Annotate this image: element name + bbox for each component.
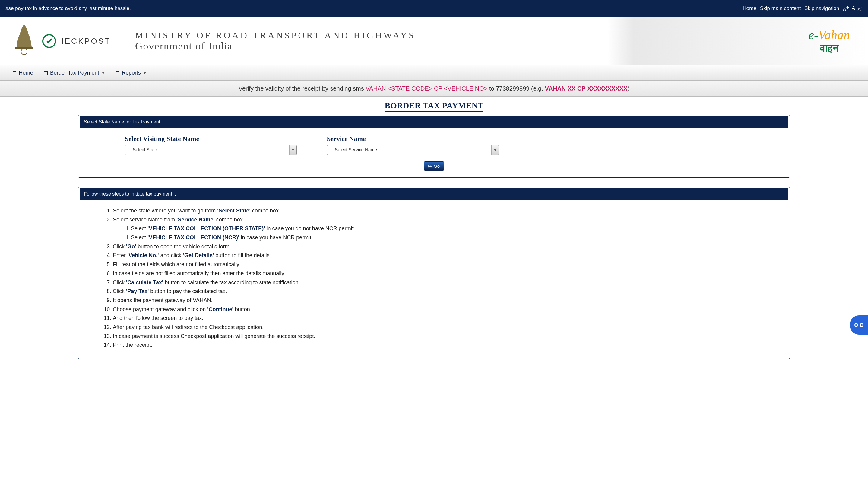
steps-panel: Follow these steps to initiate tax payme…	[78, 187, 790, 359]
square-icon	[13, 71, 16, 75]
chevron-down-icon: ▼	[289, 145, 297, 154]
top-bar: ase pay tax in advance to avoid any last…	[0, 0, 868, 17]
checkpost-c-icon: ✔	[42, 34, 56, 48]
state-selection-header: Select State Name for Tax Payment	[80, 116, 788, 128]
step-8: Click 'Pay Tax' button to pay the calcul…	[113, 287, 776, 296]
go-button-label: Go	[434, 163, 440, 169]
square-icon	[44, 71, 48, 75]
font-normal-button[interactable]: A	[852, 5, 855, 11]
step-7: Click 'Calculate Tax' button to calculat…	[113, 278, 776, 287]
step-5: Fill rest of the fields which are not fi…	[113, 260, 776, 269]
chevron-down-icon: ▼	[491, 145, 499, 154]
nav-home[interactable]: Home	[7, 65, 39, 80]
ministry-title: MINISTRY OF ROAD TRANSPORT AND HIGHWAYS …	[135, 30, 415, 52]
nav-reports-label: Reports	[122, 70, 141, 76]
eyes-icon	[855, 323, 864, 327]
steps-header: Follow these steps to initiate tax payme…	[80, 188, 788, 200]
step-12: After paying tax bank will redirect to t…	[113, 323, 776, 332]
visiting-state-label: Select Visiting State Name	[125, 135, 297, 143]
caret-down-icon: ▼	[102, 71, 105, 75]
step-10: Choose payment gateway and click on 'Con…	[113, 305, 776, 314]
step-11: And then follow the screen to pay tax.	[113, 314, 776, 323]
india-emblem-icon	[12, 22, 36, 61]
state-selection-panel: Select State Name for Tax Payment Select…	[78, 115, 790, 178]
main-nav: Home Border Tax Payment ▼ Reports ▼	[0, 65, 868, 81]
banner-divider	[123, 26, 123, 56]
skip-main-content-link[interactable]: Skip main content	[760, 5, 801, 11]
page-title: BORDER TAX PAYMENT	[0, 101, 868, 111]
step-14: Print the receipt.	[113, 341, 776, 350]
service-name-label: Service Name	[327, 135, 499, 143]
evahan-logo: e-Vahan वाहन	[808, 28, 850, 54]
top-home-link[interactable]: Home	[743, 5, 756, 11]
nav-border-tax-payment[interactable]: Border Tax Payment ▼	[39, 65, 111, 80]
checkpost-text: HECKPOST	[58, 36, 111, 46]
checkpost-logo: ✔ HECKPOST	[42, 34, 111, 48]
font-increase-button[interactable]: A+	[843, 4, 849, 13]
step-2ii: Select 'VEHICLE TAX COLLECTION (NCR)' in…	[131, 233, 776, 242]
service-name-select[interactable]: ---Select Service Name--- ▼	[327, 145, 499, 155]
caret-down-icon: ▼	[143, 71, 147, 75]
ministry-line1: MINISTRY OF ROAD TRANSPORT AND HIGHWAYS	[135, 30, 415, 40]
step-2: Select service Name from 'Service Name' …	[113, 215, 776, 242]
steps-list: Select the state where you want to go fr…	[101, 206, 776, 350]
step-1: Select the state where you want to go fr…	[113, 206, 776, 215]
nav-reports[interactable]: Reports ▼	[111, 65, 152, 80]
step-3: Click 'Go' button to open the vehicle de…	[113, 242, 776, 251]
verify-sms-bar: Verify the validity of the receipt by se…	[0, 81, 868, 96]
font-size-controls: A+ A A-	[843, 4, 863, 13]
visiting-state-select[interactable]: ---Select State--- ▼	[125, 145, 297, 155]
step-13: In case payment is success Checkpost app…	[113, 332, 776, 341]
go-button[interactable]: ▶▶ Go	[424, 161, 444, 171]
font-decrease-button[interactable]: A-	[858, 4, 863, 13]
nav-border-tax-label: Border Tax Payment	[50, 70, 99, 76]
step-4: Enter 'Vehicle No.' and click 'Get Detai…	[113, 251, 776, 260]
help-fab-button[interactable]	[850, 315, 868, 335]
square-icon	[116, 71, 119, 75]
service-name-value: ---Select Service Name---	[327, 145, 491, 154]
header-banner: ✔ HECKPOST MINISTRY OF ROAD TRANSPORT AN…	[0, 17, 868, 65]
ministry-line2: Government of India	[135, 40, 415, 52]
skip-navigation-link[interactable]: Skip navigation	[804, 5, 839, 11]
step-9: It opens the payment gateway of VAHAN.	[113, 296, 776, 305]
nav-home-label: Home	[19, 70, 33, 76]
step-6: In case fields are not filled automatica…	[113, 269, 776, 278]
step-2i: Select 'VEHICLE TAX COLLECTION (OTHER ST…	[131, 224, 776, 233]
marquee-text: ase pay tax in advance to avoid any last…	[5, 5, 743, 11]
visiting-state-value: ---Select State---	[125, 145, 289, 154]
play-icon: ▶▶	[428, 165, 431, 168]
